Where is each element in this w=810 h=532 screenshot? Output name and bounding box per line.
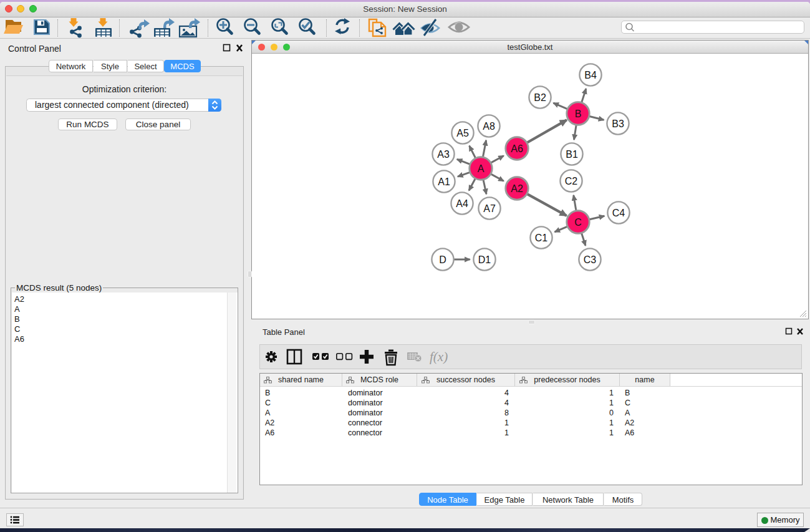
svg-text:A8: A8 [483,121,495,132]
svg-text:A3: A3 [437,149,450,160]
svg-text:f(x): f(x) [430,349,448,364]
svg-text:B: B [575,109,582,119]
svg-text:A1: A1 [438,177,450,187]
svg-text:B3: B3 [612,118,624,129]
svg-text:A4: A4 [456,198,468,209]
svg-text:B2: B2 [534,92,546,103]
svg-text:D1: D1 [478,254,491,265]
svg-text:C2: C2 [565,176,578,186]
svg-text:C1: C1 [535,233,548,243]
svg-text:C: C [574,217,582,228]
svg-text:C4: C4 [612,208,625,218]
svg-text:A5: A5 [456,128,469,138]
svg-text:B4: B4 [584,70,597,80]
svg-text:A2: A2 [511,183,523,194]
svg-text:B1: B1 [566,149,578,160]
svg-text:C3: C3 [584,254,597,265]
svg-text:D: D [439,254,446,265]
svg-text:A7: A7 [483,203,496,214]
svg-text:A6: A6 [511,143,523,154]
svg-text:A: A [478,163,485,174]
